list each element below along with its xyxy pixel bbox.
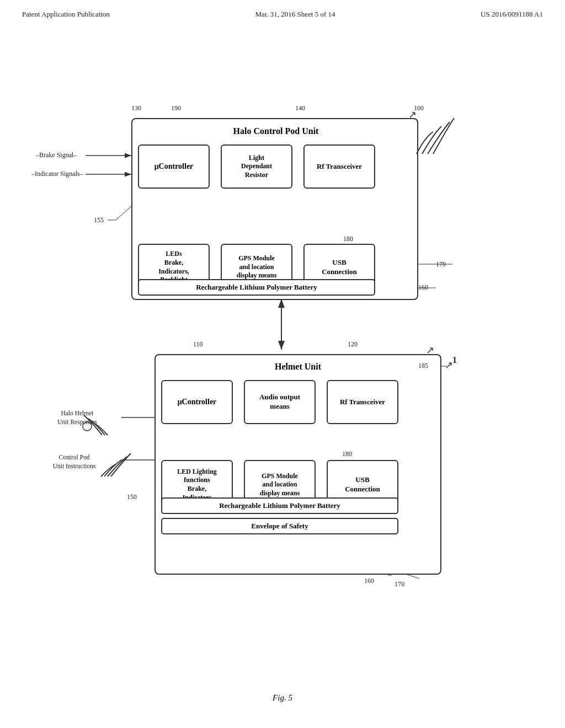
ref-120-arrow: ↗ bbox=[426, 344, 434, 356]
bottom-battery-box: Rechargeable Lithium Polymer Battery bbox=[161, 497, 398, 514]
ref-160-bot: 160 bbox=[364, 577, 374, 585]
bottom-audio-box: Audio output means bbox=[244, 380, 316, 424]
diagram-area: Halo Control Pod Unit μController Light … bbox=[0, 24, 565, 708]
wifi-top-right bbox=[411, 115, 455, 159]
ref-180-bot: 180 bbox=[342, 450, 352, 458]
ref-185: 185 bbox=[418, 362, 428, 370]
brake-signal-label: –Brake Signal– bbox=[36, 151, 77, 159]
ref-1-arrow: ↗ bbox=[445, 359, 453, 371]
ref-1: 1 bbox=[452, 355, 457, 365]
header-left: Patent Application Publication bbox=[22, 10, 110, 19]
wifi-pod-right bbox=[97, 449, 135, 479]
svg-point-17 bbox=[83, 422, 92, 431]
ref-190: 190 bbox=[171, 104, 181, 113]
svg-line-13 bbox=[116, 206, 131, 220]
ref-130: 130 bbox=[131, 104, 141, 113]
ref-110: 110 bbox=[193, 340, 203, 349]
top-battery-box: Rechargeable Lithium Polymer Battery bbox=[138, 279, 375, 296]
top-ldr-box: Light Dependant Resistor bbox=[221, 144, 292, 189]
ref-160-top: 160 bbox=[418, 283, 428, 292]
bottom-rf-box: Rf Transceiver bbox=[327, 380, 398, 424]
ref-170-top: 170 bbox=[436, 260, 446, 269]
wifi-helmet-left bbox=[77, 408, 110, 438]
bottom-unit-title: Helmet Unit bbox=[215, 362, 381, 372]
ref-170-bot: 170 bbox=[395, 580, 404, 588]
top-rf-box: Rf Transceiver bbox=[303, 144, 375, 189]
top-unit-title: Halo Control Pod Unit bbox=[193, 126, 359, 136]
ref-120: 120 bbox=[348, 340, 358, 349]
header-center: Mar. 31, 2016 Sheet 5 of 14 bbox=[255, 10, 335, 19]
indicator-signals-label: –Indicator Signals– bbox=[31, 170, 83, 178]
ref-140: 140 bbox=[295, 104, 305, 113]
ref-180-top: 180 bbox=[343, 235, 353, 243]
ref-155: 155 bbox=[94, 216, 104, 224]
fig-caption: Fig. 5 bbox=[0, 693, 565, 703]
bottom-envelope-box: Envelope of Safety bbox=[161, 518, 398, 534]
top-ucontroller-box: μController bbox=[138, 144, 210, 189]
header-right: US 2016/0091188 A1 bbox=[481, 10, 543, 19]
bottom-ucontroller-box: μController bbox=[161, 380, 233, 424]
ref-150: 150 bbox=[127, 493, 137, 501]
page-header: Patent Application Publication Mar. 31, … bbox=[0, 0, 565, 19]
